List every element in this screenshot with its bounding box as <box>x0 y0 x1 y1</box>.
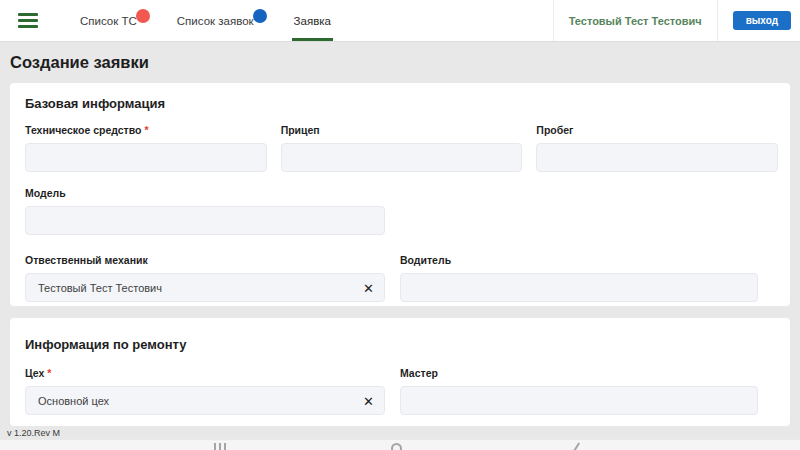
section-title: Информация по ремонту <box>25 318 778 352</box>
hamburger-icon <box>18 13 38 28</box>
master-input[interactable] <box>400 386 758 415</box>
field-mileage: Пробег <box>536 124 778 172</box>
tab-request[interactable]: Заявка <box>292 0 333 41</box>
user-name: Тестовый Тест Тестович <box>554 0 717 41</box>
mileage-input[interactable] <box>536 143 778 172</box>
field-label: Пробег <box>536 124 778 136</box>
mechanic-input[interactable] <box>25 273 385 302</box>
workshop-input[interactable] <box>25 386 385 415</box>
required-asterisk: * <box>144 124 148 136</box>
version-label: v 1.20.Rev M <box>7 428 60 438</box>
tab-label: Список ТС <box>80 15 137 27</box>
menu-button[interactable] <box>0 0 56 41</box>
field-label: Прицеп <box>281 124 523 136</box>
notification-badge-blue <box>253 9 267 23</box>
field-driver: Водитель <box>400 254 758 302</box>
clear-icon[interactable]: ✕ <box>363 281 374 294</box>
field-vehicle: Техническое средство* <box>25 124 267 172</box>
vehicle-input[interactable] <box>25 143 267 172</box>
field-trailer: Прицеп <box>281 124 523 172</box>
trailer-input[interactable] <box>281 143 523 172</box>
logout-button[interactable]: выход <box>733 11 791 30</box>
notification-badge-red <box>136 9 150 23</box>
tab-bar: Список ТС Список заявок Заявка <box>78 0 363 41</box>
field-label: Мастер <box>400 367 758 379</box>
recents-icon[interactable] <box>214 443 226 450</box>
required-asterisk: * <box>47 367 51 379</box>
tab-request-list[interactable]: Список заявок <box>175 0 262 41</box>
form-row: Отвественный механик ✕ Водитель <box>25 254 778 302</box>
field-model: Модель <box>25 187 385 235</box>
clear-icon[interactable]: ✕ <box>363 394 374 407</box>
model-input[interactable] <box>25 206 385 235</box>
back-icon[interactable] <box>572 442 580 450</box>
top-bar: Список ТС Список заявок Заявка Тестовый … <box>0 0 800 42</box>
tab-vehicle-list[interactable]: Список ТС <box>78 0 145 41</box>
field-label: Водитель <box>400 254 758 266</box>
home-icon[interactable] <box>391 443 402 450</box>
field-workshop: Цех* ✕ <box>25 367 385 415</box>
form-row: Цех* ✕ Мастер <box>25 367 778 415</box>
field-mechanic: Отвественный механик ✕ <box>25 254 385 302</box>
page-title: Создание заявки <box>0 42 800 81</box>
topbar-right: Тестовый Тест Тестович выход <box>553 0 800 41</box>
form-row: Модель <box>25 187 778 235</box>
form-row: Техническое средство* Прицеп Пробег <box>25 124 778 172</box>
field-label: Техническое средство* <box>25 124 267 136</box>
tab-label: Список заявок <box>177 15 254 27</box>
section-title: Базовая информация <box>25 83 778 111</box>
android-navbar <box>0 439 800 450</box>
base-info-card: Базовая информация Техническое средство*… <box>10 83 790 306</box>
field-master: Мастер <box>400 367 758 415</box>
field-label: Модель <box>25 187 385 199</box>
field-label: Отвественный механик <box>25 254 385 266</box>
tab-label: Заявка <box>294 15 331 27</box>
field-label: Цех* <box>25 367 385 379</box>
driver-input[interactable] <box>400 273 758 302</box>
repair-info-card: Информация по ремонту Цех* ✕ Мастер <box>10 318 790 426</box>
